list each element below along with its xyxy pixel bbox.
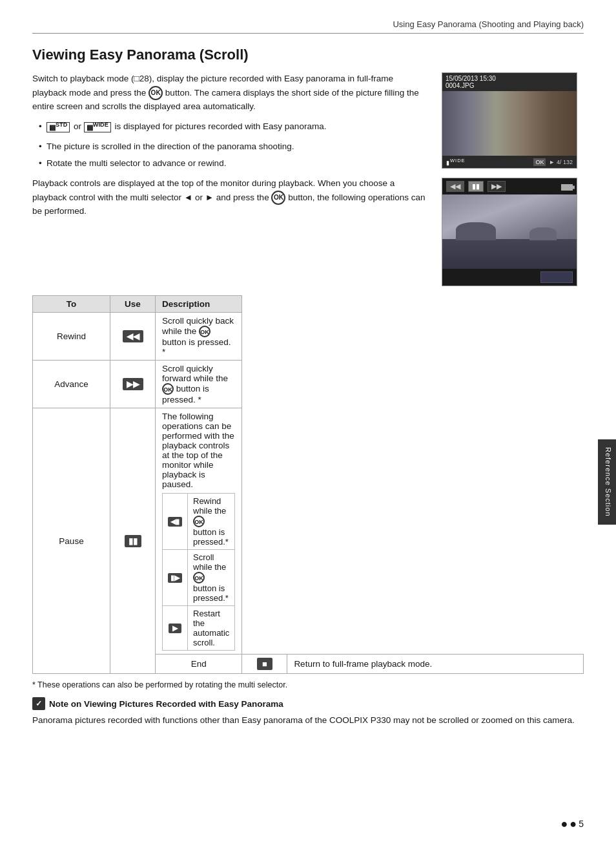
ok-button-icon: OK <box>149 86 163 100</box>
td-end-use: ■ <box>242 655 287 674</box>
td-end-to: End <box>156 655 242 674</box>
td-pause-to: Pause <box>33 408 110 674</box>
camera-screen-1: 15/05/2013 15:30 0004.JPG ▮WIDE OK ► 4/ … <box>442 72 577 169</box>
camera-screen-2: ◀◀ ▮▮ ▶▶ <box>442 178 577 286</box>
inner-scroll-symbol: ▮▶ <box>168 573 182 583</box>
reference-section-tab: Reference Section <box>598 439 616 525</box>
camera-screens-column: 15/05/2013 15:30 0004.JPG ▮WIDE OK ► 4/ … <box>442 72 584 286</box>
td-advance-desc: Scroll quickly forward while the OK butt… <box>156 361 242 408</box>
bullet-item-1: ▩STD or ▩WIDE is displayed for pictures … <box>39 120 429 134</box>
td-rewind-desc: Scroll quickly back while the OK button … <box>156 313 242 361</box>
screen1-filename: 0004.JPG <box>446 82 573 89</box>
note-box: ✓ Note on Viewing Pictures Recorded with… <box>32 697 584 728</box>
td-rewind-to: Rewind <box>33 313 110 361</box>
playback-table-container: To Use Description Rewind ◀◀ Scroll quic… <box>32 295 584 689</box>
screen2-image <box>442 194 577 269</box>
header-title: Using Easy Panorama (Shooting and Playin… <box>393 19 584 29</box>
end-symbol: ■ <box>257 658 272 670</box>
inner-td-scroll-icon: ▮▶ <box>163 550 188 606</box>
side-tab-label: Reference Section <box>604 447 612 517</box>
page-number: 5 <box>579 819 584 829</box>
th-description: Description <box>156 296 242 313</box>
note-header: ✓ Note on Viewing Pictures Recorded with… <box>32 697 584 710</box>
pause-symbol: ▮▮ <box>125 535 141 547</box>
inner-row-restart: ▶ Restart the automatic scroll. <box>163 606 235 651</box>
screen1-timestamp: 15/05/2013 15:30 <box>446 75 573 82</box>
para2: Playback controls are displayed at the t… <box>32 177 429 218</box>
main-text-column: Switch to playback mode (□28), display t… <box>32 72 429 286</box>
bullet-item-3: Rotate the multi selector to advance or … <box>39 157 429 171</box>
td-pause-use: ▮▮ <box>110 408 156 674</box>
ctrl-pause: ▮▮ <box>468 181 484 192</box>
page-title: Viewing Easy Panorama (Scroll) <box>32 47 584 63</box>
td-advance-use: ▶▶ <box>110 361 156 408</box>
inner-row-rewind: ◀▮ Rewind while the OK button is pressed… <box>163 494 235 550</box>
inner-row-scroll: ▮▶ Scroll while the OK button is pressed… <box>163 550 235 606</box>
screen1-image <box>442 91 577 156</box>
screen1-mode: ▮WIDE <box>446 158 466 166</box>
bullet-list-2: The picture is scrolled in the direction… <box>39 140 429 171</box>
inner-td-rewind-icon: ◀▮ <box>163 494 188 550</box>
page-footer: ● ● 5 <box>0 818 616 830</box>
note-title: Note on Viewing Pictures Recorded with E… <box>49 699 283 709</box>
battery-icon <box>561 184 573 191</box>
screen2-battery <box>561 182 573 192</box>
screen1-frame-info: OK ► 4/ 132 <box>533 158 573 165</box>
note-text: Panorama pictures recorded with function… <box>32 714 584 728</box>
ok-icon-is: OK <box>193 572 205 583</box>
th-use: Use <box>110 296 156 313</box>
inner-rewind-symbol: ◀▮ <box>168 517 182 527</box>
inner-td-scroll-desc: Scroll while the OK button is pressed.* <box>188 550 235 606</box>
table-row-rewind: Rewind ◀◀ Scroll quickly back while the … <box>33 313 584 361</box>
table-row-pause: Pause ▮▮ The following operations can be… <box>33 408 584 655</box>
note-icon: ✓ <box>32 697 45 710</box>
screen2-controls: ◀◀ ▮▮ ▶▶ <box>442 178 577 194</box>
pause-inner-table: ◀▮ Rewind while the OK button is pressed… <box>162 493 235 651</box>
table-footnote: * These operations can also be performed… <box>32 680 584 689</box>
td-end-desc: Return to full-frame playback mode. <box>287 655 584 674</box>
screen1-top-bar: 15/05/2013 15:30 0004.JPG <box>442 73 577 91</box>
inner-td-restart-icon: ▶ <box>163 606 188 651</box>
screen1-bottom-bar: ▮WIDE OK ► 4/ 132 <box>442 156 577 168</box>
playback-table: To Use Description Rewind ◀◀ Scroll quic… <box>32 295 584 674</box>
ok-icon-ir: OK <box>193 516 205 527</box>
ok-icon-a: OK <box>162 383 174 395</box>
ctrl-rewind: ◀◀ <box>446 181 464 192</box>
th-to: To <box>33 296 110 313</box>
pause-label: Pause <box>39 536 103 546</box>
screen2-bottom <box>442 269 577 286</box>
page-header: Using Easy Panorama (Shooting and Playin… <box>32 19 584 34</box>
intro-paragraph: Switch to playback mode (□28), display t… <box>32 72 429 114</box>
ctrl-forward: ▶▶ <box>488 181 506 192</box>
advance-symbol: ▶▶ <box>123 378 143 390</box>
td-rewind-use: ◀◀ <box>110 313 156 361</box>
inner-td-restart-desc: Restart the automatic scroll. <box>188 606 235 651</box>
page-number-display: ● ● 5 <box>560 818 584 830</box>
panorama-strip <box>442 91 577 156</box>
screen2-panorama <box>442 194 577 269</box>
inner-td-rewind-desc: Rewind while the OK button is pressed.* <box>188 494 235 550</box>
td-advance-to: Advance <box>33 361 110 408</box>
inner-restart-symbol: ▶ <box>169 624 181 633</box>
panorama-std-icon: ▩STD <box>46 122 70 132</box>
ok-icon-r: OK <box>199 326 210 337</box>
rewind-symbol: ◀◀ <box>123 330 143 342</box>
ok-button-icon2: OK <box>271 191 285 205</box>
bullet-list: ▩STD or ▩WIDE is displayed for pictures … <box>39 120 429 134</box>
bullet-dot: ● <box>560 818 568 830</box>
table-row-advance: Advance ▶▶ Scroll quickly forward while … <box>33 361 584 408</box>
bullet-dot2: ● <box>570 818 577 830</box>
td-pause-desc-header: The following operations can be performe… <box>156 408 242 655</box>
panorama-wide-icon: ▩WIDE <box>84 122 111 132</box>
bullet-item-2: The picture is scrolled in the direction… <box>39 140 429 154</box>
table-header-row: To Use Description <box>33 296 584 313</box>
